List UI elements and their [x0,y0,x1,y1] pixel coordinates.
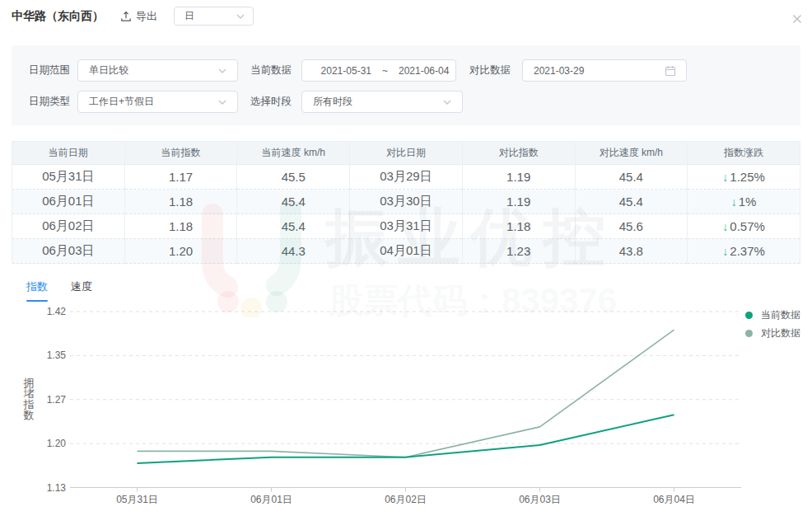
table-cell: 1.19 [462,165,575,190]
down-arrow-icon: ↓ [731,195,737,209]
column-header: 对比日期 [350,142,463,165]
table-cell: 1.20 [124,239,237,264]
table-cell: 1.19 [462,190,575,214]
date-type-select[interactable]: 工作日+节假日 [77,91,238,113]
table-cell: 45.5 [237,165,350,190]
time-period-label: 选择时段 [250,91,292,113]
comparison-table: 当前日期当前指数当前速度 km/h对比日期对比指数对比速度 km/h指数涨跌 0… [12,141,800,264]
change-percent: 1.25% [730,170,765,184]
column-header: 指数涨跌 [688,142,800,165]
table-cell: 45.4 [237,190,350,214]
chevron-down-icon [218,100,226,105]
y-axis-label: 1.27 [47,394,67,406]
y-axis-label: 1.20 [47,438,67,449]
chevron-down-icon [236,14,245,19]
index-change-cell: ↓1.25% [688,165,800,190]
table-cell: 1.18 [462,214,575,239]
page-title: 中华路（东向西） [12,9,104,24]
legend-label: 当前数据 [761,308,800,322]
column-header: 对比速度 km/h [575,142,688,165]
table-cell: 45.4 [575,190,688,214]
chevron-down-icon [443,100,451,105]
current-data-label: 当前数据 [250,59,292,82]
range-start-date: 2021-05-31 [321,65,371,77]
index-change-cell: ↓0.57% [688,214,800,239]
chart-tabs: 指数速度 [26,279,92,302]
date-type-label: 日期类型 [29,91,70,113]
table-cell: 03月29日 [350,165,463,190]
table-row: 06月03日1.2044.304月01日1.2343.8↓2.37% [12,239,800,264]
table-cell: 43.8 [575,239,688,264]
compare-date-input[interactable]: 2021-03-29 [522,59,687,82]
road-analysis-panel: 中华路（东向西） 导出 日 日期范围 单日比较 当前数据 2021-05-31 … [0,0,812,530]
legend-dot-icon [745,312,753,319]
series-line [138,330,674,457]
x-axis-label: 06月04日 [653,494,695,505]
table-row: 06月02日1.1845.403月31日1.1845.6↓0.57% [12,214,800,239]
line-chart[interactable]: 1.131.201.271.351.4205月31日06月01日06月02日06… [0,305,812,530]
export-label: 导出 [136,9,157,24]
calendar-icon [665,65,676,77]
column-header: 当前日期 [12,142,125,165]
export-button[interactable]: 导出 [120,9,157,24]
x-axis-label: 05月31日 [116,494,158,505]
time-period-value: 所有时段 [302,95,443,109]
table-row: 06月01日1.1845.403月30日1.1945.4↓1% [12,190,800,214]
table-cell: 44.3 [237,239,350,264]
down-arrow-icon: ↓ [722,171,728,184]
change-percent: 0.57% [730,219,765,233]
compare-data-label: 对比数据 [469,59,511,82]
change-percent: 1% [739,195,757,209]
table-header: 当前日期当前指数当前速度 km/h对比日期对比指数对比速度 km/h指数涨跌 [12,142,800,165]
time-period-select[interactable]: 所有时段 [301,91,463,113]
down-arrow-icon: ↓ [722,245,728,258]
close-icon [792,14,802,24]
tab-index[interactable]: 指数 [26,279,48,302]
legend-item[interactable]: 当前数据 [745,308,800,321]
chart-legend: 当前数据对比数据 [745,308,800,345]
table-cell: 1.18 [124,190,237,214]
date-range-label: 日期范围 [29,59,70,82]
filter-panel: 日期范围 单日比较 当前数据 2021-05-31 ~ 2021-06-04 对… [12,45,800,125]
x-axis-label: 06月01日 [250,494,292,505]
date-range-select[interactable]: 单日比较 [77,59,238,82]
table-cell: 05月31日 [12,165,125,190]
range-end-date: 2021-06-04 [399,65,449,77]
column-header: 对比指数 [462,142,575,165]
table-cell: 06月01日 [12,190,125,214]
table-cell: 06月02日 [12,214,125,239]
export-icon [120,11,132,22]
column-header: 当前指数 [124,142,237,165]
x-axis-label: 06月03日 [519,494,561,505]
series-line [138,415,674,463]
chevron-down-icon [218,68,226,73]
date-type-value: 工作日+节假日 [78,95,218,109]
table-cell: 03月31日 [350,214,463,239]
legend-label: 对比数据 [761,326,800,340]
table-cell: 06月03日 [12,239,125,264]
y-axis-label: 1.13 [47,482,67,494]
x-axis-label: 06月02日 [385,494,427,505]
y-axis-label: 1.42 [47,306,67,317]
down-arrow-icon: ↓ [722,220,728,233]
legend-item[interactable]: 对比数据 [745,326,800,340]
current-date-range-input[interactable]: 2021-05-31 ~ 2021-06-04 [301,59,456,82]
table-cell: 45.6 [575,214,688,239]
index-change-cell: ↓1% [688,190,800,214]
y-axis-label: 1.35 [47,349,67,361]
table-cell: 04月01日 [350,239,463,264]
table-cell: 1.17 [124,165,237,190]
column-header: 当前速度 km/h [237,142,350,165]
table-cell: 1.18 [124,214,237,239]
index-change-cell: ↓2.37% [688,239,800,264]
close-button[interactable] [791,12,804,26]
date-range-value: 单日比较 [78,63,218,77]
range-separator: ~ [382,65,388,77]
table-cell: 1.23 [462,239,575,264]
table-cell: 03月30日 [350,190,463,214]
compare-date-value: 2021-03-29 [523,65,665,77]
legend-dot-icon [745,330,753,337]
granularity-value: 日 [184,9,236,23]
tab-speed[interactable]: 速度 [71,279,92,302]
granularity-select[interactable]: 日 [174,7,254,26]
